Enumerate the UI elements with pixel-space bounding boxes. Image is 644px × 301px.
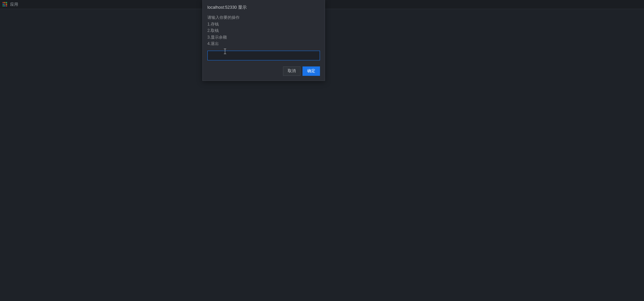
dialog-button-row: 取消 确定 — [207, 66, 320, 76]
dialog-message: 请输入你要的操作 1.存钱 2.取钱 3.显示余额 4.退出 — [207, 14, 320, 47]
ok-button[interactable]: 确定 — [303, 66, 320, 76]
apps-grid-icon[interactable] — [3, 2, 7, 7]
js-prompt-dialog: localhost:52330 显示 请输入你要的操作 1.存钱 2.取钱 3.… — [202, 0, 325, 81]
dialog-title: localhost:52330 显示 — [207, 5, 320, 10]
prompt-input[interactable] — [207, 51, 320, 60]
apps-label[interactable]: 应用 — [10, 2, 18, 7]
cancel-button[interactable]: 取消 — [283, 66, 300, 76]
